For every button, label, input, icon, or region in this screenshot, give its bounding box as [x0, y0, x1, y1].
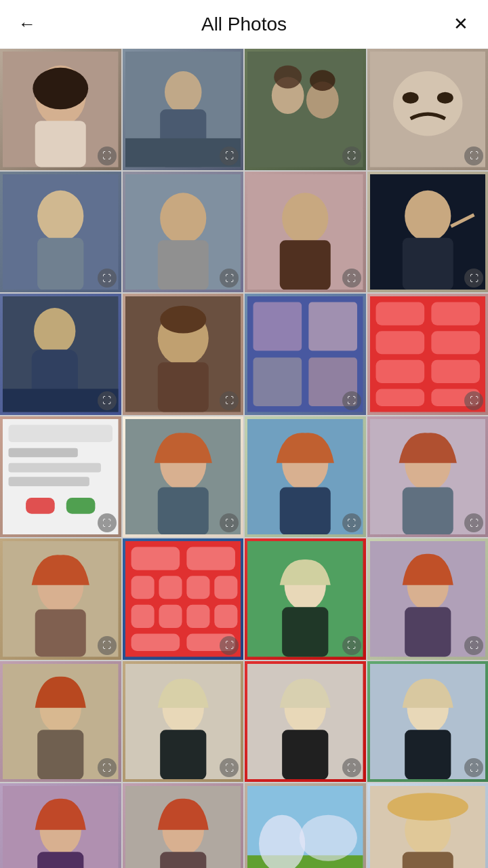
grid-cell-25[interactable]: ⛶ — [0, 783, 121, 868]
grid-cell-21[interactable]: ⛶ — [0, 661, 121, 783]
svg-rect-22 — [157, 240, 208, 290]
expand-icon-21[interactable]: ⛶ — [98, 758, 117, 777]
expand-icon-4[interactable]: ⛶ — [464, 146, 483, 165]
grid-cell-14[interactable]: ⛶ — [123, 416, 244, 538]
expand-icon-12[interactable]: ⛶ — [464, 391, 483, 410]
svg-point-18 — [37, 190, 83, 241]
grid-cell-15[interactable]: ⛶ — [245, 416, 366, 538]
expand-icon-10[interactable]: ⛶ — [220, 391, 239, 410]
grid-cell-20[interactable]: ⛶ — [367, 538, 489, 660]
photo-grid: ⛶ ⛶ ⛶ ⛶ ⛶ ⛶ ⛶ — [0, 49, 488, 868]
grid-cell-7[interactable]: ⛶ — [245, 172, 366, 293]
expand-icon-17[interactable]: ⛶ — [98, 636, 117, 655]
svg-rect-75 — [159, 576, 182, 599]
expand-icon-23[interactable]: ⛶ — [342, 758, 361, 777]
svg-point-5 — [164, 71, 201, 113]
cell-label-25 — [0, 783, 121, 868]
grid-cell-26[interactable]: ⛶ — [123, 783, 244, 868]
svg-rect-25 — [280, 240, 331, 290]
expand-icon-3[interactable]: ⛶ — [342, 146, 361, 165]
svg-rect-76 — [186, 576, 209, 599]
svg-point-37 — [160, 306, 206, 334]
expand-icon-1[interactable]: ⛶ — [98, 146, 117, 165]
grid-cell-16[interactable]: ⛶ — [367, 416, 489, 538]
close-button[interactable]: ✕ — [446, 9, 476, 39]
expand-icon-2[interactable]: ⛶ — [220, 146, 239, 165]
svg-rect-3 — [35, 121, 86, 167]
svg-rect-86 — [282, 607, 328, 656]
grid-cell-28[interactable]: ⛶ — [367, 783, 489, 868]
grid-cell-27[interactable]: ⛶ — [245, 783, 366, 868]
svg-rect-95 — [160, 730, 206, 779]
cell-image-26 — [123, 783, 244, 868]
grid-cell-4[interactable]: ⛶ — [367, 49, 489, 170]
grid-cell-10[interactable]: ⛶ — [123, 294, 244, 415]
expand-icon-8[interactable]: ⛶ — [464, 269, 483, 288]
svg-point-114 — [387, 793, 468, 821]
svg-rect-19 — [37, 237, 83, 290]
svg-rect-115 — [402, 852, 453, 868]
grid-cell-2[interactable]: ⛶ — [123, 49, 244, 170]
expand-icon-5[interactable]: ⛶ — [98, 269, 117, 288]
svg-rect-89 — [405, 607, 451, 656]
expand-icon-15[interactable]: ⛶ — [342, 513, 361, 532]
expand-icon-14[interactable]: ⛶ — [220, 513, 239, 532]
cell-label-28 — [367, 783, 489, 868]
svg-rect-72 — [131, 547, 180, 570]
grid-cell-18[interactable]: ⛶ — [123, 538, 244, 660]
svg-rect-104 — [37, 852, 83, 868]
expand-icon-19[interactable]: ⛶ — [342, 636, 361, 655]
expand-icon-24[interactable]: ⛶ — [464, 758, 483, 777]
svg-point-15 — [402, 92, 418, 104]
svg-point-16 — [436, 92, 453, 104]
svg-point-24 — [282, 193, 328, 243]
grid-cell-22[interactable]: ⛶ — [123, 661, 244, 783]
svg-rect-61 — [157, 487, 208, 534]
expand-icon-9[interactable]: ⛶ — [98, 391, 117, 410]
grid-cell-19[interactable]: ⛶ — [245, 538, 366, 660]
grid-cell-3[interactable]: ⛶ — [245, 49, 366, 170]
grid-cell-8[interactable]: ⛶ — [367, 172, 489, 293]
expand-icon-22[interactable]: ⛶ — [220, 758, 239, 777]
grid-cell-12[interactable]: ⛶ — [367, 294, 489, 415]
expand-icon-13[interactable]: ⛶ — [98, 513, 117, 532]
page-title: All Photos — [201, 14, 287, 35]
svg-point-12 — [310, 70, 336, 91]
svg-point-111 — [300, 815, 357, 861]
svg-rect-49 — [431, 360, 480, 383]
grid-cell-6[interactable]: ⛶ — [123, 172, 244, 293]
grid-cell-11[interactable]: ⛶ — [245, 294, 366, 415]
expand-icon-16[interactable]: ⛶ — [464, 513, 483, 532]
expand-icon-18[interactable]: ⛶ — [220, 636, 239, 655]
cell-image-28 — [367, 783, 489, 868]
grid-cell-17[interactable]: ⛶ — [0, 538, 121, 660]
svg-rect-81 — [214, 605, 237, 628]
svg-rect-41 — [253, 357, 302, 406]
svg-rect-98 — [282, 730, 328, 779]
expand-icon-6[interactable]: ⛶ — [220, 269, 239, 288]
svg-rect-107 — [160, 852, 206, 868]
cell-label-27 — [245, 783, 366, 868]
svg-rect-77 — [214, 576, 237, 599]
svg-rect-54 — [9, 448, 78, 457]
expand-icon-7[interactable]: ⛶ — [342, 269, 361, 288]
expand-icon-20[interactable]: ⛶ — [464, 636, 483, 655]
svg-rect-67 — [402, 487, 453, 534]
grid-cell-1[interactable]: ⛶ — [0, 49, 121, 170]
svg-rect-48 — [375, 360, 424, 383]
grid-cell-13[interactable]: ⛶ — [0, 416, 121, 538]
svg-point-2 — [33, 68, 88, 109]
grid-cell-5[interactable]: ⛶ — [0, 172, 121, 293]
svg-rect-56 — [9, 477, 89, 486]
grid-cell-24[interactable]: ⛶ — [367, 661, 489, 783]
svg-rect-40 — [308, 302, 357, 351]
svg-point-21 — [160, 193, 206, 243]
grid-cell-23[interactable]: ⛶ — [245, 661, 366, 783]
svg-rect-64 — [280, 487, 331, 534]
back-button[interactable]: ← — [12, 9, 42, 39]
svg-rect-47 — [431, 331, 480, 354]
cell-image-27 — [245, 783, 366, 868]
expand-icon-11[interactable]: ⛶ — [342, 391, 361, 410]
grid-cell-9[interactable]: ⛶ — [0, 294, 121, 415]
svg-rect-101 — [405, 730, 451, 779]
